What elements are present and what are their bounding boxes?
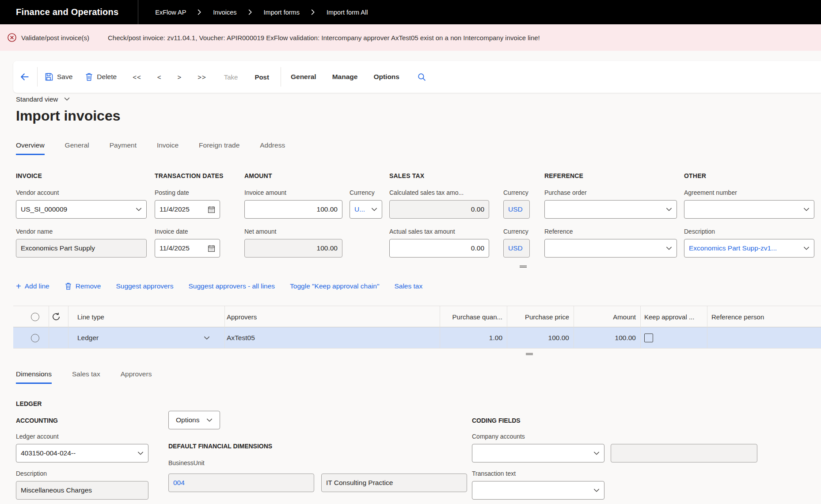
chevron-down-icon[interactable] — [593, 489, 600, 493]
tab-approvers[interactable]: Approvers — [121, 370, 152, 384]
tab-dimensions[interactable]: Dimensions — [16, 370, 52, 384]
invoice-amount-input[interactable]: 100.00 — [244, 200, 342, 219]
tab-line-sales-tax[interactable]: Sales tax — [72, 370, 100, 384]
breadcrumb-item-import-form-all[interactable]: Import form All — [327, 9, 368, 16]
chevron-down-icon[interactable] — [137, 451, 144, 455]
back-arrow-button[interactable] — [19, 72, 30, 82]
company-accounts-label: Company accounts — [472, 433, 604, 442]
business-unit-name: IT Consulting Practice — [321, 474, 467, 492]
column-header-reference-person[interactable]: Reference person — [711, 306, 764, 327]
purchase-price-cell[interactable]: 100.00 — [507, 327, 569, 349]
toggle-keep-approval-chain-button[interactable]: Toggle "Keep approval chain" — [290, 282, 379, 290]
app-title[interactable]: Finance and Operations — [16, 7, 118, 17]
chevron-down-icon[interactable] — [593, 451, 600, 455]
view-selector[interactable]: Standard view — [16, 95, 70, 103]
column-header-purchase-price[interactable]: Purchase price — [507, 306, 569, 327]
column-header-approvers[interactable]: Approvers — [227, 306, 257, 327]
error-title: Validate/post invoice(s) — [21, 34, 89, 42]
menu-manage[interactable]: Manage — [332, 73, 358, 81]
nav-first-button[interactable]: << — [133, 73, 141, 81]
remove-line-button[interactable]: Remove — [65, 282, 101, 290]
transaction-text-label: Transaction text — [472, 470, 604, 479]
company-accounts-name-value — [611, 444, 757, 462]
column-header-keep-approval[interactable]: Keep approval ... — [644, 306, 694, 327]
column-header-line-type[interactable]: Line type — [77, 306, 104, 327]
chevron-down-icon — [64, 97, 70, 101]
company-accounts-input[interactable] — [472, 444, 604, 462]
page-title: Import invoices — [16, 108, 121, 124]
add-line-button[interactable]: + Add line — [16, 282, 49, 291]
tab-general[interactable]: General — [65, 141, 89, 155]
reference-person-cell[interactable] — [711, 327, 817, 349]
business-unit-value[interactable]: 004 — [168, 474, 314, 492]
chevron-down-icon[interactable] — [204, 336, 210, 340]
approvers-cell[interactable]: AxTest05 — [227, 327, 255, 349]
tab-payment[interactable]: Payment — [110, 141, 137, 155]
amount-cell[interactable]: 100.00 — [574, 327, 636, 349]
import-invoices-screen: Finance and Operations ExFlow AP Invoice… — [0, 0, 821, 504]
breadcrumb-item-import-forms[interactable]: Import forms — [264, 9, 300, 16]
calendar-icon[interactable] — [208, 206, 215, 213]
chevron-down-icon[interactable] — [666, 246, 672, 250]
transaction-text-input[interactable] — [472, 481, 604, 500]
reference-input[interactable] — [544, 239, 677, 258]
suggest-approvers-button[interactable]: Suggest approvers — [116, 282, 173, 290]
actual-sales-tax-input[interactable]: 0.00 — [389, 239, 489, 258]
select-all-circle[interactable] — [31, 306, 39, 327]
chevron-down-icon[interactable] — [803, 246, 810, 250]
calc-tax-currency-field: Currency USD — [503, 189, 530, 219]
invoice-date-input[interactable]: 11/4/2025 — [155, 239, 220, 258]
description-input[interactable]: Exconomics Part Supp-zv1... — [684, 239, 814, 258]
breadcrumb-item-exflow-ap[interactable]: ExFlow AP — [155, 9, 186, 16]
invoice-amount-label: Invoice amount — [244, 189, 342, 198]
delete-button[interactable]: Delete — [85, 72, 117, 81]
vendor-account-input[interactable]: US_SI_000009 — [16, 200, 147, 219]
tab-invoice[interactable]: Invoice — [157, 141, 179, 155]
detail-tabs: Dimensions Sales tax Approvers — [16, 370, 152, 384]
posting-date-input[interactable]: 11/4/2025 — [155, 200, 220, 219]
splitter-grip[interactable] — [520, 265, 527, 268]
company-accounts-name-field — [611, 433, 757, 462]
column-header-amount[interactable]: Amount — [574, 306, 636, 327]
menu-general[interactable]: General — [291, 73, 316, 81]
row-select-circle[interactable] — [31, 327, 39, 349]
save-button[interactable]: Save — [45, 72, 72, 81]
invoice-line-row[interactable]: Ledger AxTest05 1.00 100.00 100.00 — [13, 327, 821, 349]
coding-fields-header: CODING FIELDS — [472, 417, 521, 424]
tab-overview[interactable]: Overview — [16, 141, 45, 155]
nav-next-button[interactable]: > — [177, 73, 182, 81]
invoice-date-label: Invoice date — [155, 228, 220, 237]
nav-previous-button[interactable]: < — [157, 73, 162, 81]
purchase-order-input[interactable] — [544, 200, 677, 219]
splitter-grip[interactable] — [526, 352, 533, 356]
column-header-purchase-qty[interactable]: Purchase quan... — [440, 306, 502, 327]
agreement-number-input[interactable] — [684, 200, 814, 219]
tab-foreign-trade[interactable]: Foreign trade — [199, 141, 239, 155]
ledger-description-value: Miscellaneous Charges — [16, 481, 148, 500]
chevron-down-icon[interactable] — [803, 208, 810, 212]
chevron-down-icon[interactable] — [371, 208, 377, 212]
section-transaction-dates: TRANSACTION DATES — [155, 172, 224, 179]
error-message-bar[interactable]: Validate/post invoice(s) Check/post invo… — [0, 24, 821, 51]
invoice-currency-input[interactable]: U... — [350, 200, 382, 219]
business-unit-label: BusinessUnit — [168, 459, 205, 468]
keep-approval-checkbox[interactable] — [644, 327, 653, 349]
line-type-cell[interactable]: Ledger — [77, 327, 210, 349]
breadcrumb-item-invoices[interactable]: Invoices — [213, 9, 236, 16]
post-button[interactable]: Post — [255, 73, 269, 81]
nav-last-button[interactable]: >> — [198, 73, 206, 81]
suggest-approvers-all-lines-button[interactable]: Suggest approvers - all lines — [189, 282, 275, 290]
search-icon[interactable] — [417, 72, 426, 82]
dimensions-options-button[interactable]: Options — [168, 411, 220, 429]
tab-address[interactable]: Address — [260, 141, 285, 155]
sales-tax-button[interactable]: Sales tax — [394, 282, 422, 290]
chevron-down-icon[interactable] — [136, 208, 142, 212]
menu-options[interactable]: Options — [373, 73, 399, 81]
chevron-down-icon[interactable] — [666, 208, 672, 212]
purchase-qty-cell[interactable]: 1.00 — [440, 327, 502, 349]
calendar-icon[interactable] — [208, 245, 215, 252]
refresh-icon[interactable] — [51, 306, 61, 327]
ledger-account-input[interactable]: 403150-004-024-- — [16, 444, 148, 462]
calculated-sales-tax-input: 0.00 — [389, 200, 489, 219]
grid-column-divider — [49, 306, 49, 349]
